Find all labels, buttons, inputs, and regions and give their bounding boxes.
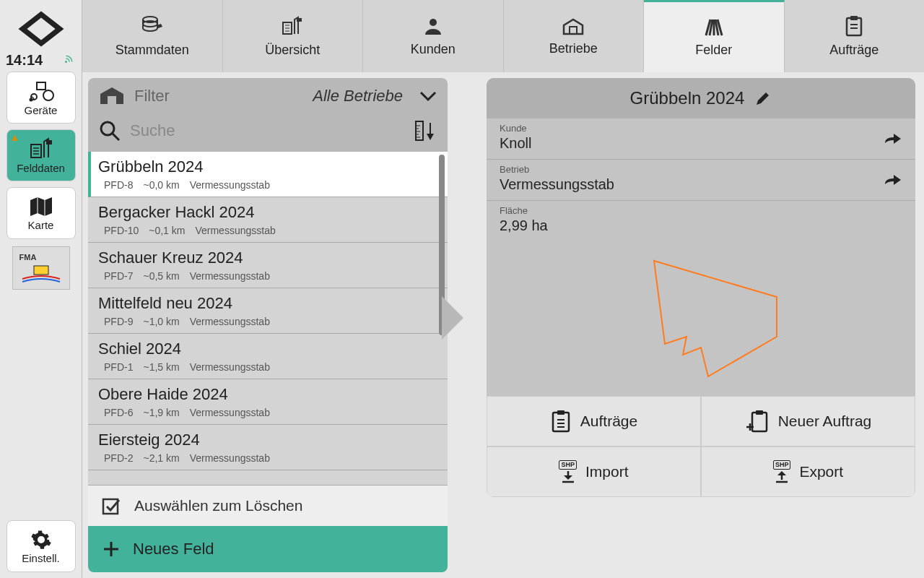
customer-value: Knoll (500, 135, 902, 152)
top-tabs: Stammdaten Übersicht Kunden Betriebe Fel… (82, 0, 924, 72)
tab-kunden[interactable]: Kunden (363, 0, 504, 72)
svg-rect-11 (46, 140, 52, 144)
field-item-distance: ~1,0 km (143, 316, 179, 327)
tractor-icon (27, 79, 56, 103)
content-row: Filter Alle Betriebe Grübbeln 2024PFD-8~… (82, 72, 924, 578)
field-item-distance: ~1,9 km (143, 407, 179, 418)
customer-row: Kunde Knoll (487, 118, 915, 160)
export-label: Export (799, 463, 843, 480)
clipboard-plus-icon (745, 410, 770, 433)
select-to-delete-label: Auswählen zum Löschen (134, 497, 302, 514)
export-icon: SHP (773, 460, 791, 483)
tab-betriebe[interactable]: Betriebe (504, 0, 645, 72)
field-item-id: PFD-1 (104, 361, 133, 373)
field-item-meta: PFD-10~0,1 kmVermessungsstab (98, 225, 437, 236)
orders-label: Aufträge (580, 413, 637, 430)
warning-icon: ▲ (10, 131, 20, 143)
field-rows-icon (702, 17, 726, 37)
farm-filter-icon (98, 85, 126, 107)
clock: 14:14 (6, 52, 43, 69)
svg-rect-24 (847, 18, 861, 35)
field-list-item[interactable]: Mittelfeld neu 2024PFD-9~1,0 kmVermessun… (88, 288, 448, 334)
nav-fielddata[interactable]: ▲ Felddaten (6, 129, 76, 181)
chevron-down-icon (419, 90, 437, 103)
tab-uebersicht[interactable]: Übersicht (223, 0, 364, 72)
nav-devices-label: Geräte (25, 104, 58, 116)
search-input[interactable] (130, 121, 404, 140)
gps-status-icon (63, 52, 76, 65)
edit-icon[interactable] (754, 90, 772, 107)
tab-auftraege-label: Aufträge (829, 43, 879, 58)
field-item-title: Mittelfeld neu 2024 (98, 294, 437, 313)
svg-rect-41 (553, 413, 569, 431)
svg-rect-46 (752, 413, 767, 431)
field-item-title: Obere Haide 2024 (98, 385, 437, 404)
farm-label: Betrieb (500, 164, 902, 175)
detail-header: Grübbeln 2024 (487, 78, 915, 118)
customer-label: Kunde (500, 123, 902, 134)
field-item-meta: PFD-6~1,9 kmVermessungsstab (98, 407, 437, 418)
map-icon (29, 196, 53, 217)
field-list-item[interactable]: Schauer Kreuz 2024PFD-7~0,5 kmVermessung… (88, 243, 448, 288)
new-order-button[interactable]: Neuer Auftrag (701, 396, 915, 447)
field-list-item[interactable]: Bergacker Hackl 2024PFD-10~0,1 kmVermess… (88, 197, 448, 243)
sort-distance-icon[interactable] (413, 118, 437, 143)
field-item-distance: ~0,0 km (143, 179, 179, 191)
clipboard-list-icon (550, 410, 572, 433)
field-item-meta: PFD-8~0,0 kmVermessungsstab (98, 179, 437, 191)
field-item-source: Vermessungsstab (190, 361, 270, 373)
farm-value: Vermessungsstab (500, 176, 902, 193)
tab-kunden-label: Kunden (411, 42, 456, 57)
checkbox-icon (101, 496, 123, 516)
tab-felder[interactable]: Felder (644, 0, 785, 72)
orders-button[interactable]: Aufträge (487, 396, 701, 447)
field-shape-preview (487, 241, 915, 396)
select-to-delete-button[interactable]: Auswählen zum Löschen (88, 485, 448, 526)
field-item-source: Vermessungsstab (195, 225, 275, 236)
gear-icon (30, 529, 52, 551)
nav-settings-label: Einstell. (22, 552, 60, 564)
share-farm-icon[interactable] (884, 173, 902, 187)
field-item-source: Vermessungsstab (190, 316, 270, 327)
share-customer-icon[interactable] (884, 131, 902, 146)
svg-rect-14 (34, 266, 48, 275)
field-item-distance: ~0,5 km (143, 270, 179, 282)
new-order-label: Neuer Auftrag (778, 413, 872, 430)
nav-fma[interactable]: FMA (12, 246, 70, 290)
new-field-button[interactable]: Neues Feld (88, 526, 448, 572)
field-item-distance: ~2,1 km (143, 452, 179, 464)
detail-title: Grübbeln 2024 (630, 88, 745, 108)
field-item-id: PFD-9 (104, 316, 133, 327)
field-item-distance: ~1,5 km (143, 361, 179, 373)
field-list-item[interactable]: Grübbeln 2024PFD-8~0,0 kmVermessungsstab (88, 152, 448, 197)
list-footer: Auswählen zum Löschen Neues Feld (88, 485, 448, 572)
field-item-id: PFD-8 (104, 179, 133, 191)
svg-rect-3 (37, 82, 45, 90)
field-item-meta: PFD-9~1,0 kmVermessungsstab (98, 316, 437, 327)
tab-auftraege[interactable]: Aufträge (785, 0, 925, 72)
field-item-id: PFD-10 (104, 225, 139, 236)
nav-devices[interactable]: Geräte (6, 72, 76, 124)
svg-marker-1 (18, 29, 64, 47)
import-button[interactable]: SHP Import (487, 447, 701, 497)
field-list-item[interactable]: Schiel 2024PFD-1~1,5 kmVermessungsstab (88, 334, 448, 379)
filter-row[interactable]: Filter Alle Betriebe (88, 78, 448, 114)
tab-stammdaten[interactable]: Stammdaten (82, 0, 223, 72)
export-button[interactable]: SHP Export (701, 447, 915, 497)
search-icon (98, 119, 121, 142)
arrow-indicator (442, 296, 463, 340)
field-item-title: Schiel 2024 (98, 340, 437, 358)
nav-map[interactable]: Karte (6, 187, 76, 239)
plus-icon (101, 539, 121, 559)
database-icon (141, 15, 164, 37)
field-item-source: Vermessungsstab (190, 179, 270, 191)
clipboard-icon (844, 15, 864, 37)
field-list-item[interactable]: Eiersteig 2024PFD-2~2,1 kmVermessungssta… (88, 425, 448, 470)
nav-settings[interactable]: Einstell. (6, 520, 76, 572)
field-list: Grübbeln 2024PFD-8~0,0 kmVermessungsstab… (88, 152, 448, 485)
field-list-item[interactable]: Obere Haide 2024PFD-6~1,9 kmVermessungss… (88, 379, 448, 425)
import-label: Import (585, 463, 629, 480)
svg-line-30 (113, 134, 119, 140)
svg-point-5 (43, 90, 53, 100)
field-item-title: Schauer Kreuz 2024 (98, 249, 437, 267)
